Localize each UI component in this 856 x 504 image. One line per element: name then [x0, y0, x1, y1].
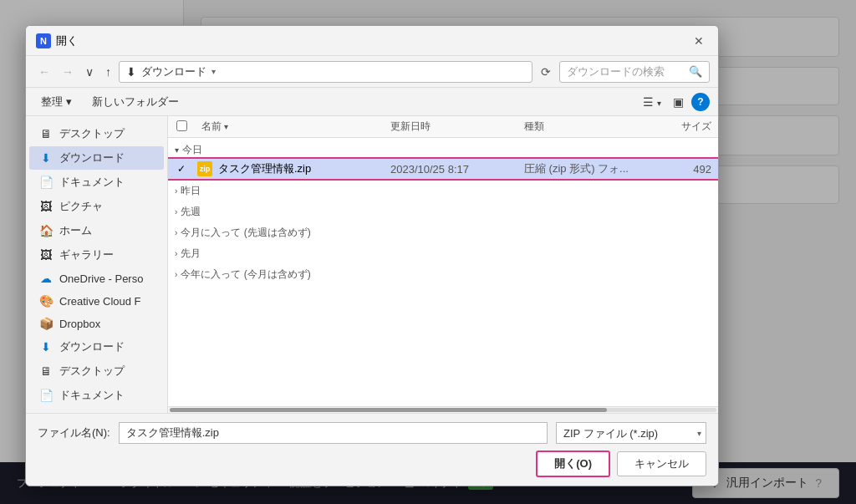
- sidebar-item-dropbox[interactable]: 📦 Dropbox: [29, 313, 164, 334]
- group-thisyear-label: 今年に入って (今月は含めず): [181, 267, 310, 282]
- name-header-label: 名前: [201, 120, 222, 132]
- dialog-bottom: ファイル名(N): ZIP ファイル (*.zip)すべてのファイル (*.*)…: [26, 413, 718, 486]
- group-lastweek-label: 先週: [181, 205, 201, 219]
- new-folder-button[interactable]: 新しいフォルダー: [85, 92, 186, 112]
- sidebar-item-home[interactable]: 🏠 ホーム: [29, 219, 164, 242]
- filename-input[interactable]: [119, 422, 548, 444]
- zip-icon-visual: zip: [197, 161, 212, 176]
- download2-icon: ⬇: [39, 340, 53, 354]
- organize-label: 整理: [41, 94, 63, 109]
- pictures-icon: 🖼: [39, 200, 53, 213]
- sidebar-label-dropbox: Dropbox: [59, 318, 100, 330]
- group-thisyear[interactable]: › 今年に入って (今月は含めず): [168, 262, 718, 283]
- dialog-overlay: N 開く ✕ ← → ∨ ↑ ⬇ ダウンロード ▾ ⟳ ダウンロードの検索 🔍: [0, 0, 856, 504]
- search-placeholder: ダウンロードの検索: [567, 64, 665, 79]
- up-button[interactable]: ↑: [101, 63, 115, 81]
- group-today[interactable]: ▾ 今日: [168, 138, 718, 159]
- name-sort-arrow: ▾: [224, 122, 228, 131]
- dropbox-icon: 📦: [39, 317, 53, 330]
- help-icon: ?: [697, 96, 703, 108]
- column-headers: 名前 ▾ 更新日時 種類 サイズ: [168, 116, 718, 138]
- sidebar-item-download[interactable]: ⬇ ダウンロード: [29, 146, 164, 170]
- action-buttons-row: 開く(O) キャンセル: [38, 451, 706, 477]
- sidebar-item-desktop[interactable]: 🖥 デスクトップ: [29, 122, 164, 145]
- sidebar-item-download2[interactable]: ⬇ ダウンロード: [29, 335, 164, 359]
- group-yesterday[interactable]: › 昨日: [168, 179, 718, 200]
- check-all[interactable]: [176, 120, 187, 131]
- date-header-label: 更新日時: [390, 120, 431, 132]
- file-row-zip[interactable]: ✓ zip タスク管理情報.zip 2023/10/25 8:17 圧縮 (zi…: [168, 159, 718, 179]
- sidebar-label-desktop: デスクトップ: [59, 126, 125, 141]
- filetype-select-wrapper: ZIP ファイル (*.zip)すべてのファイル (*.*) ▾: [556, 422, 706, 444]
- zip-file-icon: zip: [195, 161, 215, 176]
- onedrive-icon: ☁: [39, 272, 53, 285]
- dialog-title: 開く: [56, 33, 78, 48]
- action-left: 整理 ▾ 新しいフォルダー: [34, 92, 186, 112]
- group-lastmonth-arrow: ›: [175, 249, 177, 258]
- size-header-label: サイズ: [681, 120, 711, 132]
- group-thismonth[interactable]: › 今月に入って (先週は含めず): [168, 221, 718, 242]
- open-button[interactable]: 開く(O): [536, 451, 610, 477]
- panel-icon: ▣: [673, 95, 684, 109]
- dialog-body: 🖥 デスクトップ ⬇ ダウンロード 📄 ドキュメント 🖼 ピクチャ 🏠: [26, 116, 718, 413]
- filename-label: ファイル名(N):: [38, 425, 110, 440]
- search-icon: 🔍: [689, 65, 702, 78]
- refresh-button[interactable]: ⟳: [536, 63, 556, 81]
- sidebar-label-pictures: ピクチャ: [59, 199, 103, 214]
- cancel-button[interactable]: キャンセル: [617, 451, 706, 476]
- sidebar-item-pictures[interactable]: 🖼 ピクチャ: [29, 195, 164, 218]
- back-button[interactable]: ←: [34, 63, 54, 81]
- panel-button[interactable]: ▣: [669, 93, 688, 111]
- desktop-icon: 🖥: [39, 127, 53, 140]
- open-file-dialog: N 開く ✕ ← → ∨ ↑ ⬇ ダウンロード ▾ ⟳ ダウンロードの検索 🔍: [25, 25, 719, 486]
- group-yesterday-label: 昨日: [181, 184, 201, 198]
- sidebar: 🖥 デスクトップ ⬇ ダウンロード 📄 ドキュメント 🖼 ピクチャ 🏠: [26, 116, 168, 413]
- sidebar-label-download: ダウンロード: [59, 150, 125, 165]
- date-header[interactable]: 更新日時: [384, 120, 517, 134]
- name-header[interactable]: 名前 ▾: [195, 120, 384, 134]
- address-bar[interactable]: ⬇ ダウンロード ▾: [119, 61, 532, 83]
- sidebar-label-creativecloud: Creative Cloud F: [59, 295, 141, 308]
- documents-icon: 📄: [39, 176, 53, 189]
- sidebar-item-onedrive[interactable]: ☁ OneDrive - Perso: [29, 267, 164, 289]
- search-bar[interactable]: ダウンロードの検索 🔍: [559, 61, 710, 83]
- sidebar-item-desktop2[interactable]: 🖥 デスクトップ: [29, 359, 164, 383]
- file-name-zip: タスク管理情報.zip: [215, 161, 384, 176]
- group-lastmonth[interactable]: › 先月: [168, 242, 718, 262]
- size-header: サイズ: [660, 120, 718, 134]
- sidebar-label-documents: ドキュメント: [59, 175, 125, 190]
- scrollbar-track: [170, 408, 716, 412]
- sidebar-item-documents[interactable]: 📄 ドキュメント: [29, 171, 164, 194]
- sidebar-item-gallery[interactable]: 🖼 ギャラリー: [29, 243, 164, 267]
- app-icon: N: [36, 33, 51, 48]
- horizontal-scrollbar[interactable]: [168, 406, 718, 413]
- dropdown-button[interactable]: ∨: [81, 63, 98, 81]
- file-area: 名前 ▾ 更新日時 種類 サイズ ▾ 今日: [168, 116, 718, 413]
- organize-button[interactable]: 整理 ▾: [34, 92, 79, 112]
- file-size-zip: 492: [660, 163, 718, 176]
- organize-arrow: ▾: [66, 95, 72, 108]
- sidebar-label-onedrive: OneDrive - Perso: [59, 272, 143, 285]
- dialog-titlebar: N 開く ✕: [26, 26, 718, 56]
- group-lastweek[interactable]: › 先週: [168, 200, 718, 221]
- sidebar-item-documents2[interactable]: 📄 ドキュメント: [29, 384, 164, 407]
- type-header-label: 種類: [524, 120, 544, 132]
- group-yesterday-arrow: ›: [175, 186, 177, 196]
- filename-row: ファイル名(N): ZIP ファイル (*.zip)すべてのファイル (*.*)…: [38, 422, 706, 444]
- new-folder-label: 新しいフォルダー: [92, 94, 179, 109]
- sidebar-item-creativecloud[interactable]: 🎨 Creative Cloud F: [29, 290, 164, 312]
- sidebar-label-gallery: ギャラリー: [59, 247, 114, 262]
- sidebar-label-home: ホーム: [59, 223, 92, 238]
- address-dropdown-arrow: ▾: [211, 67, 216, 76]
- desktop2-icon: 🖥: [39, 364, 53, 378]
- forward-button[interactable]: →: [58, 63, 78, 81]
- filetype-select[interactable]: ZIP ファイル (*.zip)すべてのファイル (*.*): [556, 422, 706, 444]
- view-menu-button[interactable]: ☰ ▾: [639, 93, 665, 111]
- dialog-nav-bar: ← → ∨ ↑ ⬇ ダウンロード ▾ ⟳ ダウンロードの検索 🔍: [26, 56, 718, 88]
- group-today-arrow: ▾: [175, 145, 179, 155]
- help-button[interactable]: ?: [691, 93, 710, 111]
- close-button[interactable]: ✕: [690, 32, 708, 50]
- scrollbar-thumb: [170, 408, 607, 412]
- creativecloud-icon: 🎨: [39, 294, 53, 308]
- gallery-icon: 🖼: [39, 248, 53, 262]
